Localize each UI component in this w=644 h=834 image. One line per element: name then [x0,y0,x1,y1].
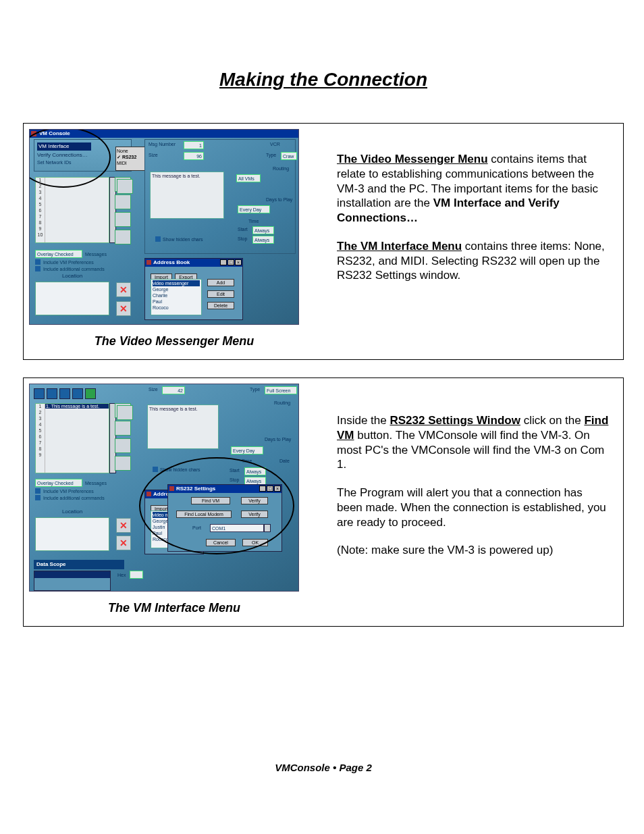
addr-item[interactable]: George [153,286,200,292]
hex-select[interactable] [130,571,143,579]
port-select[interactable]: COM1 [210,524,264,532]
section-2-text: Inside the RS232 Settings Window click o… [337,384,610,618]
figure-2-caption: The VM Interface Menu [29,601,319,615]
min-icon[interactable]: _ [259,486,266,492]
location-group: Location [35,509,109,551]
location-label: Location [35,509,109,515]
para2-lead: The VM Interface Menu [337,240,462,253]
start-label: Start [230,468,240,473]
close-icon[interactable]: × [235,259,242,265]
overlay-select[interactable]: Overlay Checked [35,479,82,487]
close-icon[interactable]: × [274,486,281,492]
submenu-rs232[interactable]: ✓ RS232 [117,154,144,160]
menu-item-verify-connections[interactable]: Verify Connections… [37,152,105,158]
delete-one-button[interactable]: ✕ [116,518,131,533]
vm-interface-submenu[interactable]: None ✓ RS232 MIDI [115,147,145,171]
vcr-label: VCR [270,142,280,147]
show-hidden-label: Show hidden chars [160,467,200,472]
side-toolbar [115,177,132,247]
include-cmds-checkbox[interactable] [35,266,41,271]
verify-button[interactable]: Verify [241,497,268,504]
size-field[interactable]: 96 [184,152,204,160]
submenu-midi[interactable]: MIDI [117,160,144,166]
days-field[interactable]: Every Day [238,205,270,213]
page-footer: VMConsole • Page 2 [23,762,624,773]
section-1: VM Console VM Interface Verify Connectio… [23,123,624,360]
delete-all-button[interactable]: ✕ [116,536,131,550]
include-cmds-checkbox[interactable] [35,495,41,500]
find-vm-button[interactable]: Find VM [191,497,230,504]
data-scope-window[interactable] [34,571,111,591]
figure-1-caption: The Video Messenger Menu [29,334,319,348]
include-prefs-label: Include VM Preferences [43,489,94,494]
find-local-modem-button[interactable]: Find Local Modem [176,511,232,518]
min-icon[interactable]: _ [220,259,227,265]
routing-field[interactable]: All VMs [236,174,261,182]
section-1-text: The Video Messenger Menu contains items … [337,129,610,351]
overlay-select[interactable]: Overlay Checked [35,250,82,258]
screenshot-rs232: 123456789 1. This message is a test. Ove [29,384,299,592]
toolbar-btn[interactable] [34,388,45,399]
port-dropdown-icon[interactable] [264,524,271,532]
ok-button[interactable]: OK [242,539,268,546]
message-list[interactable]: 12345678910 [35,177,109,243]
tool-btn-4[interactable] [115,230,131,244]
video-messenger-menu[interactable]: VM Interface Verify Connections… Set Net… [34,139,132,172]
menu-item-set-network-ids[interactable]: Set Network IDs [37,160,105,165]
addr-item[interactable]: Paul [153,298,200,305]
addr-item[interactable]: video messenger [153,280,200,286]
tool-btn-3[interactable] [115,212,131,227]
verify-modem-button[interactable]: Verify [241,511,268,518]
days-label: Days to Play [265,437,291,442]
menu-item-vm-interface[interactable]: VM Interface [37,142,91,151]
main-toolbar [34,388,96,399]
toolbar-btn[interactable] [85,388,96,399]
address-list[interactable]: video messenger George Charlie Paul Roco… [151,279,202,315]
show-hidden-checkbox[interactable] [153,467,158,472]
include-prefs-checkbox[interactable] [35,259,41,265]
max-icon[interactable]: □ [227,259,234,265]
start-field[interactable]: Always [252,226,274,234]
include-prefs-checkbox[interactable] [35,488,41,494]
s2p1b: RS232 Settings Window [390,414,520,427]
submenu-none[interactable]: None [117,148,144,154]
delete-all-button[interactable]: ✕ [116,301,131,316]
messages-options: Overlay Checked Messages Include VM Pref… [35,249,107,273]
tool-btn[interactable] [115,456,131,471]
start-field[interactable]: Always [244,467,266,475]
type-label: Type [250,387,260,392]
type-field[interactable]: Full Screen [265,386,297,394]
size-label: Size [149,387,158,392]
toolbar-btn[interactable] [72,388,83,399]
message-list[interactable]: 123456789 1. This message is a test. [35,403,109,473]
type-field[interactable]: Craw [281,152,297,160]
address-book-window[interactable]: Address Book _□× Import Export video mes… [144,258,243,320]
s2p1c: click on the [520,414,585,427]
data-scope-panel[interactable]: Data Scope [34,560,124,569]
edit-button[interactable]: Edit [207,290,234,298]
max-icon[interactable]: □ [267,486,273,492]
stop-field[interactable]: Always [252,236,274,244]
days-field[interactable]: Every Day [231,446,263,454]
rs232-settings-window[interactable]: RS232 Settings _□× Find VM Verify Find L… [167,484,282,552]
delete-button[interactable]: Delete [207,302,234,309]
show-hidden-checkbox[interactable] [155,236,161,242]
toolbar-btn[interactable] [47,388,57,399]
addr-item[interactable]: Charlie [153,292,200,298]
tool-btn-2[interactable] [115,194,131,209]
tool-btn[interactable] [115,421,131,436]
message-text[interactable]: This message is a test. [147,405,219,449]
addr-item[interactable]: Rococo [153,305,200,311]
delete-one-button[interactable]: ✕ [116,282,131,297]
location-box[interactable] [35,517,109,551]
list-item-selected[interactable]: 1. This message is a test. [45,404,109,409]
toolbar-btn[interactable] [59,388,70,399]
message-text[interactable]: This message is a test. [150,172,224,219]
size-field[interactable]: 42 [162,386,185,394]
location-box[interactable] [35,282,109,315]
msg-number-field[interactable]: 1 [184,141,204,149]
cancel-button[interactable]: Cancel [206,539,236,546]
s2p1a: Inside the [337,414,390,427]
tool-btn[interactable] [115,438,131,453]
add-button[interactable]: Add [207,279,234,286]
